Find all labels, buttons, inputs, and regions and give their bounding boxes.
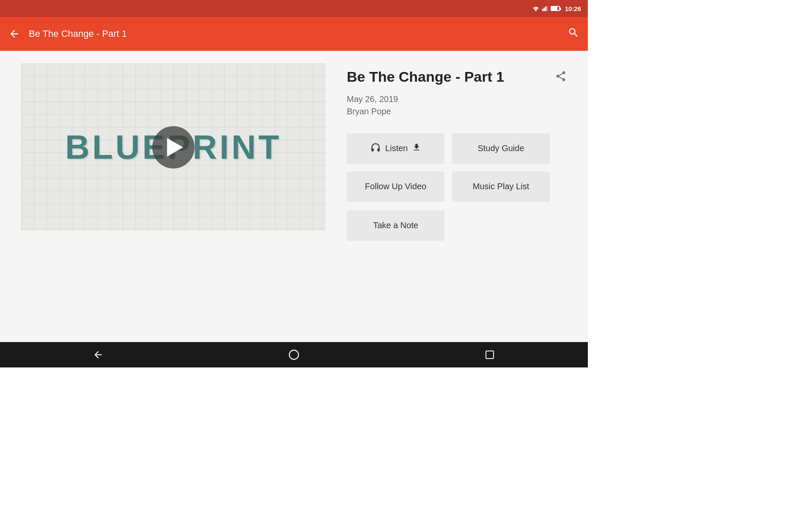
listen-button[interactable]: Listen <box>347 133 444 164</box>
headphone-icon <box>370 142 381 155</box>
follow-up-video-label: Follow Up Video <box>365 182 426 191</box>
nav-back-button[interactable] <box>85 342 111 367</box>
sermon-date: May 26, 2019 <box>347 94 567 104</box>
back-button[interactable] <box>8 28 20 40</box>
svg-rect-2 <box>545 6 546 11</box>
app-bar: Be The Change - Part 1 <box>0 17 588 51</box>
music-playlist-button[interactable]: Music Play List <box>452 171 550 202</box>
music-playlist-label: Music Play List <box>473 182 529 191</box>
main-content: BLUEPRINT Be The Change - Part 1 May 26,… <box>0 51 588 342</box>
listen-label: Listen <box>385 144 408 153</box>
download-icon <box>412 143 421 155</box>
play-button[interactable] <box>152 126 195 168</box>
app-bar-left: Be The Change - Part 1 <box>8 28 127 40</box>
share-button[interactable] <box>555 70 567 85</box>
info-panel: Be The Change - Part 1 May 26, 2019 Brya… <box>347 64 567 329</box>
status-time: 10:26 <box>565 5 581 12</box>
take-a-note-label: Take a Note <box>373 221 418 230</box>
study-guide-button[interactable]: Study Guide <box>452 133 550 164</box>
title-row: Be The Change - Part 1 <box>347 68 567 86</box>
follow-up-video-button[interactable]: Follow Up Video <box>347 171 444 202</box>
app-bar-title: Be The Change - Part 1 <box>29 28 127 39</box>
sermon-title: Be The Change - Part 1 <box>347 68 504 86</box>
status-icons: 10:26 <box>532 5 581 12</box>
wifi-icon <box>532 6 540 11</box>
search-button[interactable] <box>568 27 579 41</box>
video-thumbnail[interactable]: BLUEPRINT <box>21 64 326 231</box>
bottom-navigation <box>0 342 588 367</box>
sermon-speaker: Bryan Pope <box>347 107 567 116</box>
svg-rect-3 <box>546 6 548 11</box>
svg-rect-5 <box>486 351 494 359</box>
svg-rect-0 <box>542 9 543 11</box>
take-a-note-button[interactable]: Take a Note <box>347 210 444 241</box>
svg-rect-1 <box>543 8 545 11</box>
play-triangle-icon <box>167 138 183 157</box>
signal-icon <box>542 6 548 11</box>
action-buttons-grid: Listen Study Guide Follow Up Video Music… <box>347 133 550 241</box>
status-bar: 10:26 <box>0 0 588 17</box>
svg-point-4 <box>289 350 299 359</box>
nav-home-button[interactable] <box>281 342 307 367</box>
battery-icon <box>551 6 560 11</box>
nav-recent-button[interactable] <box>477 342 502 367</box>
study-guide-label: Study Guide <box>477 144 524 153</box>
